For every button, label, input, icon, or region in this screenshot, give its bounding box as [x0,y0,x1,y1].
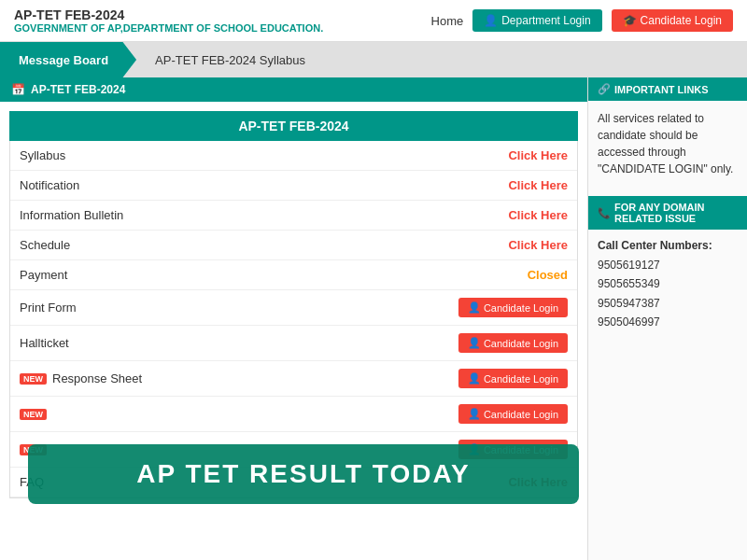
new2-candidate-login[interactable]: 👤 Candidate Login [458,404,568,424]
candidate-login-button[interactable]: 🎓 Candidate Login [612,9,733,32]
link-icon: 🔗 [598,83,611,95]
phone-number-3: 9505947387 [598,294,738,313]
syllabus-tab[interactable]: AP-TET FEB-2024 Syllabus [136,42,324,77]
table-row: Hallticket 👤 Candidate Login [10,326,577,361]
syllabus-link[interactable]: Click Here [508,148,568,162]
phone-number-4: 9505046997 [598,313,738,331]
table-row: Payment Closed [10,260,577,290]
payment-status: Closed [528,268,568,282]
user-icon-sm: 👤 [468,301,481,314]
site-subtitle: GOVERNMENT OF AP,DEPARTMENT OF SCHOOL ED… [14,22,323,34]
important-links-header: 🔗 IMPORTANT LINKS [588,77,747,101]
site-title: AP-TET FEB-2024 [14,7,323,22]
dept-login-button[interactable]: 👤 Department Login [472,9,601,32]
user-icon-sm: 👤 [468,337,481,349]
phone-number-2: 9505655349 [598,274,738,293]
schedule-link[interactable]: Click Here [508,238,568,252]
print-form-candidate-login[interactable]: 👤 Candidate Login [458,298,568,317]
header: AP-TET FEB-2024 GOVERNMENT OF AP,DEPARTM… [0,0,747,42]
notification-link[interactable]: Click Here [508,178,568,192]
new-badge: NEW [20,373,47,385]
message-board-tab[interactable]: Message Board [0,42,136,77]
user-icon-sm: 👤 [468,408,481,420]
table-row: Notification Click Here [10,171,577,201]
table-row: NEW Response Sheet 👤 Candidate Login [10,361,577,397]
user-icon-sm: 👤 [468,372,481,385]
table-row: Schedule Click Here [10,231,577,260]
new-badge: NEW [20,409,47,420]
hallticket-candidate-login[interactable]: 👤 Candidate Login [458,333,568,353]
header-left: AP-TET FEB-2024 GOVERNMENT OF AP,DEPARTM… [14,7,323,34]
table-row: Information Bulletin Click Here [10,201,577,231]
table-title: AP-TET FEB-2024 [9,111,578,141]
domain-issues-header: 📞 FOR ANY DOMAIN RELATED ISSUE [588,196,747,230]
right-panel: 🔗 IMPORTANT LINKS All services related t… [588,77,747,560]
call-center-label: Call Center Numbers: [598,239,738,252]
overlay-banner: AP TET RESULT TODAY [28,444,579,504]
home-link[interactable]: Home [431,14,464,28]
header-nav: Home 👤 Department Login 🎓 Candidate Logi… [431,9,733,32]
navbar: Message Board AP-TET FEB-2024 Syllabus [0,42,747,77]
phone-icon: 📞 [598,207,611,219]
phone-number-1: 9505619127 [598,256,738,274]
left-panel-header: 📅 AP-TET FEB-2024 [0,77,587,102]
table-row: Syllabus Click Here [10,141,577,171]
important-links-content: All services related to candidate should… [588,101,747,187]
graduation-icon: 🎓 [623,14,637,27]
info-bulletin-link[interactable]: Click Here [508,208,568,222]
table-row: Print Form 👤 Candidate Login [10,290,577,326]
call-center: Call Center Numbers: 9505619127 95056553… [588,230,747,342]
user-icon: 👤 [484,14,498,27]
response-sheet-candidate-login[interactable]: 👤 Candidate Login [458,369,568,388]
table-row: NEW 👤 Candidate Login [10,397,577,432]
calendar-icon: 📅 [11,83,25,96]
